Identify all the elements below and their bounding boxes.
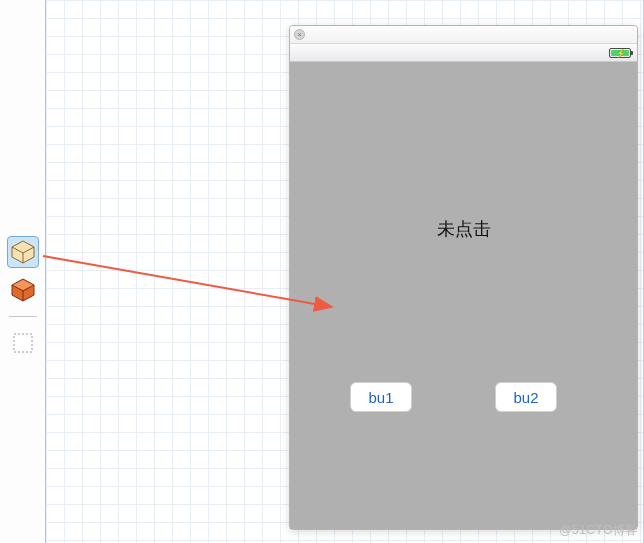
battery-fill: ⚡	[611, 50, 629, 56]
simulator-titlebar[interactable]: ×	[290, 26, 637, 44]
toolbar-divider	[9, 316, 37, 317]
svg-rect-5	[14, 334, 32, 352]
status-label: 未点击	[290, 217, 637, 241]
tool-object-cube-orange[interactable]	[7, 274, 39, 306]
charging-bolt-icon: ⚡	[616, 49, 626, 58]
object-library-toolbar	[0, 0, 46, 543]
watermark: @51CTO博客	[559, 522, 638, 539]
tool-object-cube-blue[interactable]	[7, 236, 39, 268]
button-bu2[interactable]: bu2	[495, 382, 557, 412]
close-icon: ×	[297, 31, 302, 39]
selection-rect-icon	[11, 331, 35, 355]
app-view: 未点击 bu1 bu2	[290, 62, 637, 529]
battery-icon: ⚡	[609, 48, 631, 58]
window-close-button[interactable]: ×	[294, 29, 305, 40]
cube-blue-icon	[10, 239, 36, 265]
simulator-window: × ⚡ 未点击 bu1 bu2	[289, 25, 638, 530]
button-bu1[interactable]: bu1	[350, 382, 412, 412]
ios-statusbar: ⚡	[290, 44, 637, 62]
cube-orange-icon	[10, 277, 36, 303]
tool-selection-rect[interactable]	[7, 327, 39, 359]
